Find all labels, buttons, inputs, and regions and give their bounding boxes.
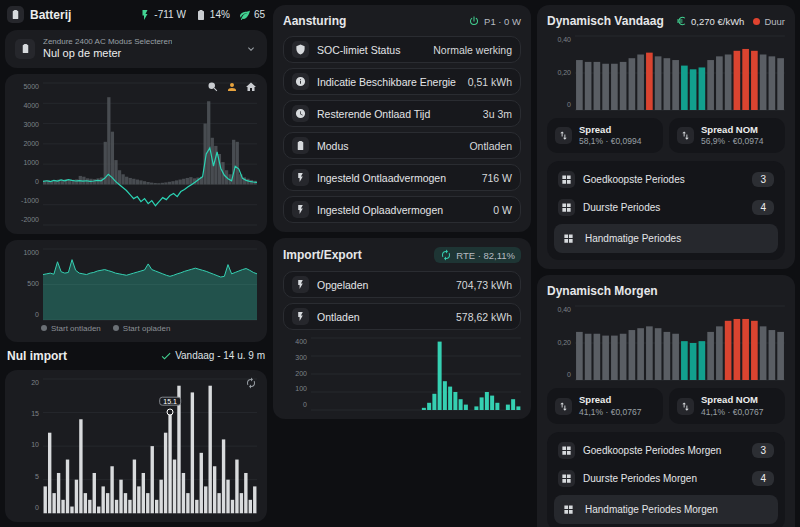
- leaf-icon: [239, 9, 251, 21]
- power-icon: [468, 15, 480, 27]
- price-tomorrow-chart[interactable]: 0,400,200: [547, 306, 785, 380]
- duur-dot-icon: [753, 18, 760, 25]
- spread-button-morgen[interactable]: Spread 41,1% · €0,0767: [547, 388, 663, 423]
- row-opgeladen[interactable]: Opgeladen 704,73 kWh: [283, 271, 521, 298]
- mode-select[interactable]: Zendure 2400 AC Modus Selecteren Nul op …: [5, 30, 267, 68]
- dynamisch-morgen-title: Dynamisch Morgen: [547, 284, 658, 298]
- eco-stat: 65: [239, 9, 265, 21]
- goedkoopste-periodes-morgen-row[interactable]: Goedkoopste Periodes Morgen 3: [554, 439, 778, 462]
- row-soc-limit[interactable]: SOC-limiet Status Normale werking: [283, 36, 521, 63]
- refresh-icon[interactable]: [245, 377, 257, 389]
- spread-label: Spread: [579, 124, 641, 136]
- lightning-icon: [139, 9, 151, 21]
- dynamisch-vandaag-header: Dynamisch Vandaag 0,270 €/kWh Duur: [547, 14, 785, 28]
- clock-icon: [292, 105, 309, 122]
- battery-stats: -711 W 14% 65: [139, 9, 265, 21]
- grid-icon: [560, 501, 577, 518]
- row-label: Ontladen: [317, 311, 360, 323]
- row-charge-power[interactable]: Ingesteld Oplaadvermogen 0 W: [283, 196, 521, 223]
- import-export-header: Import/Export RTE · 82,11%: [283, 247, 521, 263]
- import-export-rows: Opgeladen 704,73 kWh Ontladen 578,62 kWh: [283, 271, 521, 330]
- dynamic-column: Dynamisch Vandaag 0,270 €/kWh Duur 0,400…: [537, 5, 795, 522]
- spread-label: Spread: [579, 394, 641, 406]
- spread-value: 41,1% · €0,0767: [579, 407, 641, 418]
- spread-text: Spread NOM 56,9% · €0,0974: [701, 124, 763, 147]
- row-label: Modus: [317, 140, 349, 152]
- euro-icon: [675, 15, 687, 27]
- duurste-periodes-morgen-row[interactable]: Duurste Periodes Morgen 4: [554, 467, 778, 490]
- swap-icon: [677, 398, 694, 415]
- soc-history-chart[interactable]: 10005000: [15, 249, 257, 320]
- goedkoopste-periodes-row[interactable]: Goedkoopste Periodes 3: [554, 168, 778, 191]
- legend-label: Start ontladen: [51, 324, 101, 333]
- duurste-periodes-row[interactable]: Duurste Periodes 4: [554, 196, 778, 219]
- soc-chart-card: 10005000 Start ontladen Start opladen: [5, 240, 267, 342]
- nul-import-chart-card: 2015105015.1: [5, 370, 267, 522]
- dynamisch-vandaag-title: Dynamisch Vandaag: [547, 14, 664, 28]
- spread-nom-button-morgen[interactable]: Spread NOM 41,1% · €0,0767: [669, 388, 785, 423]
- spread-button[interactable]: Spread 58,1% · €0,0994: [547, 118, 663, 153]
- handmatige-periodes-morgen-button[interactable]: Handmatige Periodes Morgen: [554, 495, 778, 524]
- zoom-icon[interactable]: [207, 81, 219, 93]
- row-available-energy[interactable]: Indicatie Beschikbare Energie 0,51 kWh: [283, 68, 521, 95]
- battery-title: Batterij: [30, 8, 71, 22]
- spread-nom-button[interactable]: Spread NOM 56,9% · €0,0974: [669, 118, 785, 153]
- dynamisch-vandaag-card: Dynamisch Vandaag 0,270 €/kWh Duur 0,400…: [537, 5, 795, 269]
- power-history-chart[interactable]: 500040003000200010000-1000-2000: [15, 83, 257, 225]
- rte-badge-text: RTE · 82,11%: [456, 250, 515, 261]
- row-value: 3u 3m: [483, 108, 512, 120]
- row-label: Ingesteld Ontlaadvermogen: [317, 172, 446, 184]
- row-remaining-time[interactable]: Resterende Ontlaad Tijd 3u 3m: [283, 100, 521, 127]
- row-label: Resterende Ontlaad Tijd: [317, 108, 430, 120]
- lightning-icon: [292, 169, 309, 186]
- person-icon[interactable]: [226, 81, 238, 93]
- chevron-down-icon: [245, 43, 257, 55]
- spread-value: 56,9% · €0,0974: [701, 136, 763, 147]
- row-modus[interactable]: Modus Ontladen: [283, 132, 521, 159]
- nul-import-chart[interactable]: 2015105015.1: [15, 379, 257, 513]
- check-icon: [160, 350, 172, 362]
- spread-value: 41,1% · €0,0767: [701, 407, 763, 418]
- price-badge-text: 0,270 €/kWh: [691, 16, 744, 27]
- price-today-chart[interactable]: 0,400,200: [547, 36, 785, 110]
- spread-label: Spread NOM: [701, 394, 763, 406]
- rte-badge: RTE · 82,11%: [434, 247, 521, 263]
- periodes-list-today: Goedkoopste Periodes 3 Duurste Periodes …: [547, 161, 785, 260]
- legend-start-ontladen: Start ontladen: [41, 324, 101, 333]
- row-label: SOC-limiet Status: [317, 44, 400, 56]
- row-discharge-power[interactable]: Ingesteld Ontlaadvermogen 716 W: [283, 164, 521, 191]
- handmatige-periodes-button[interactable]: Handmatige Periodes: [554, 224, 778, 253]
- mode-select-value: Nul op de meter: [43, 47, 172, 61]
- spread-text: Spread 41,1% · €0,0767: [579, 394, 641, 417]
- spread-text: Spread NOM 41,1% · €0,0767: [701, 394, 763, 417]
- list-label: Handmatige Periodes Morgen: [585, 504, 718, 515]
- lightning-icon: [292, 308, 309, 325]
- import-export-chart[interactable]: 4003002001000: [283, 338, 521, 410]
- row-value: Ontladen: [469, 140, 512, 152]
- legend-start-opladen: Start opladen: [113, 324, 171, 333]
- legend-dot-icon: [113, 325, 119, 331]
- list-label: Handmatige Periodes: [585, 233, 681, 244]
- grid-icon: [558, 442, 575, 459]
- power-chart-tools: [207, 81, 257, 93]
- duurste-count-badge: 4: [752, 200, 774, 215]
- spread-row-today: Spread 58,1% · €0,0994 Spread NOM 56,9% …: [547, 118, 785, 153]
- row-ontladen[interactable]: Ontladen 578,62 kWh: [283, 303, 521, 330]
- legend-dot-icon: [41, 325, 47, 331]
- swap-icon: [555, 398, 572, 415]
- row-label: Opgeladen: [317, 279, 368, 291]
- grid-icon: [560, 230, 577, 247]
- nul-import-status-stat: Vandaag - 14 u. 9 m: [160, 350, 265, 362]
- dynamisch-morgen-header: Dynamisch Morgen: [547, 284, 785, 298]
- goedkoopste-morgen-count-badge: 3: [752, 443, 774, 458]
- home-icon[interactable]: [245, 81, 257, 93]
- list-label: Duurste Periodes Morgen: [583, 473, 697, 484]
- nul-import-status-text: Vandaag - 14 u. 9 m: [175, 350, 265, 361]
- row-label: Ingesteld Oplaadvermogen: [317, 204, 443, 216]
- soc-stat: 14%: [195, 9, 230, 21]
- nul-import-status: Vandaag - 14 u. 9 m: [160, 350, 265, 362]
- list-label: Goedkoopste Periodes: [583, 174, 685, 185]
- aansturing-rows: SOC-limiet Status Normale werking Indica…: [283, 36, 521, 223]
- battery-icon: [7, 6, 24, 23]
- aansturing-title: Aansturing: [283, 14, 346, 28]
